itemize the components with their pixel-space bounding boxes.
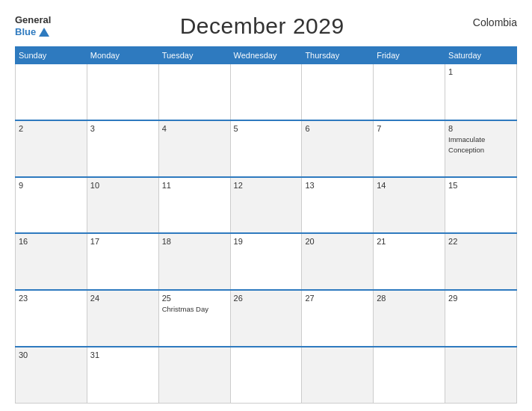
country-label: Colombia	[473, 16, 517, 28]
calendar-cell	[16, 64, 87, 121]
calendar-cell: 29	[445, 290, 517, 347]
calendar-week-row: 1	[16, 64, 517, 121]
header-sunday: Sunday	[16, 47, 87, 64]
day-number: 10	[90, 181, 155, 190]
day-number: 8	[448, 124, 513, 133]
calendar-cell: 12	[230, 177, 302, 234]
header: General Blue December 2029 Colombia	[15, 13, 517, 39]
day-number: 11	[162, 181, 227, 190]
calendar-cell: 20	[302, 233, 374, 290]
day-number: 13	[305, 181, 370, 190]
calendar-week-row: 16171819202122	[16, 233, 517, 290]
calendar-cell: 10	[87, 177, 158, 234]
calendar-cell: 5	[230, 120, 302, 177]
calendar-cell: 2	[16, 120, 87, 177]
day-number: 6	[305, 124, 370, 133]
calendar-cell: 17	[87, 233, 158, 290]
day-number: 9	[19, 181, 84, 190]
event-label: Immaculate Conception	[448, 135, 485, 153]
day-number: 31	[90, 350, 155, 359]
calendar-cell: 16	[16, 233, 87, 290]
calendar-cell: 21	[374, 233, 445, 290]
logo-triangle-icon	[39, 28, 49, 37]
calendar-week-row: 9101112131415	[16, 177, 517, 234]
calendar-cell	[445, 347, 517, 404]
day-number: 18	[162, 237, 227, 246]
day-number: 29	[448, 294, 513, 303]
day-number: 19	[234, 237, 299, 246]
calendar-cell	[230, 64, 302, 121]
header-tuesday: Tuesday	[158, 47, 230, 64]
day-number: 12	[234, 181, 299, 190]
calendar-cell: 23	[16, 290, 87, 347]
day-number: 25	[162, 294, 227, 303]
day-number: 24	[90, 294, 155, 303]
calendar-page: General Blue December 2029 Colombia Sund…	[0, 0, 532, 411]
calendar-cell	[230, 347, 302, 404]
day-number: 15	[448, 181, 513, 190]
calendar-cell	[374, 347, 445, 404]
header-wednesday: Wednesday	[230, 47, 302, 64]
calendar-cell: 6	[302, 120, 374, 177]
day-number: 2	[19, 124, 84, 133]
day-number: 30	[19, 350, 84, 359]
calendar-cell: 9	[16, 177, 87, 234]
calendar-week-row: 3031	[16, 347, 517, 404]
day-number: 4	[162, 124, 227, 133]
calendar-cell	[302, 64, 374, 121]
logo-general-text: General	[15, 14, 51, 26]
calendar-cell: 22	[445, 233, 517, 290]
header-monday: Monday	[87, 47, 158, 64]
event-label: Christmas Day	[162, 305, 208, 313]
calendar-cell	[158, 64, 230, 121]
logo-blue-container: Blue	[15, 26, 51, 38]
calendar-cell: 11	[158, 177, 230, 234]
day-number: 21	[377, 237, 442, 246]
calendar-cell	[374, 64, 445, 121]
calendar-cell: 24	[87, 290, 158, 347]
calendar-cell	[87, 64, 158, 121]
calendar-cell: 31	[87, 347, 158, 404]
day-number: 17	[90, 237, 155, 246]
calendar-cell: 13	[302, 177, 374, 234]
calendar-cell	[158, 347, 230, 404]
calendar-cell: 7	[374, 120, 445, 177]
day-number: 22	[448, 237, 513, 246]
calendar-cell: 14	[374, 177, 445, 234]
day-number: 16	[19, 237, 84, 246]
calendar-cell: 18	[158, 233, 230, 290]
day-number: 3	[90, 124, 155, 133]
day-number: 20	[305, 237, 370, 246]
header-friday: Friday	[374, 47, 445, 64]
logo: General Blue	[15, 14, 51, 37]
header-saturday: Saturday	[445, 47, 517, 64]
day-number: 28	[377, 294, 442, 303]
calendar-cell: 15	[445, 177, 517, 234]
day-number: 14	[377, 181, 442, 190]
calendar-cell: 30	[16, 347, 87, 404]
day-number: 5	[234, 124, 299, 133]
day-number: 27	[305, 294, 370, 303]
calendar-week-row: 2345678Immaculate Conception	[16, 120, 517, 177]
logo-blue-text: Blue	[15, 26, 36, 38]
calendar-cell: 4	[158, 120, 230, 177]
calendar-week-row: 232425Christmas Day26272829	[16, 290, 517, 347]
calendar-cell: 25Christmas Day	[158, 290, 230, 347]
page-title: December 2029	[180, 13, 344, 39]
calendar-cell: 1	[445, 64, 517, 121]
calendar-cell	[302, 347, 374, 404]
day-number: 1	[448, 67, 513, 76]
calendar-cell: 28	[374, 290, 445, 347]
calendar-cell: 19	[230, 233, 302, 290]
calendar-cell: 3	[87, 120, 158, 177]
calendar-cell: 26	[230, 290, 302, 347]
day-number: 23	[19, 294, 84, 303]
header-thursday: Thursday	[302, 47, 374, 64]
day-number: 7	[377, 124, 442, 133]
calendar-table: Sunday Monday Tuesday Wednesday Thursday…	[15, 46, 517, 404]
day-number: 26	[234, 294, 299, 303]
calendar-cell: 27	[302, 290, 374, 347]
calendar-cell: 8Immaculate Conception	[445, 120, 517, 177]
weekday-header-row: Sunday Monday Tuesday Wednesday Thursday…	[16, 47, 517, 64]
